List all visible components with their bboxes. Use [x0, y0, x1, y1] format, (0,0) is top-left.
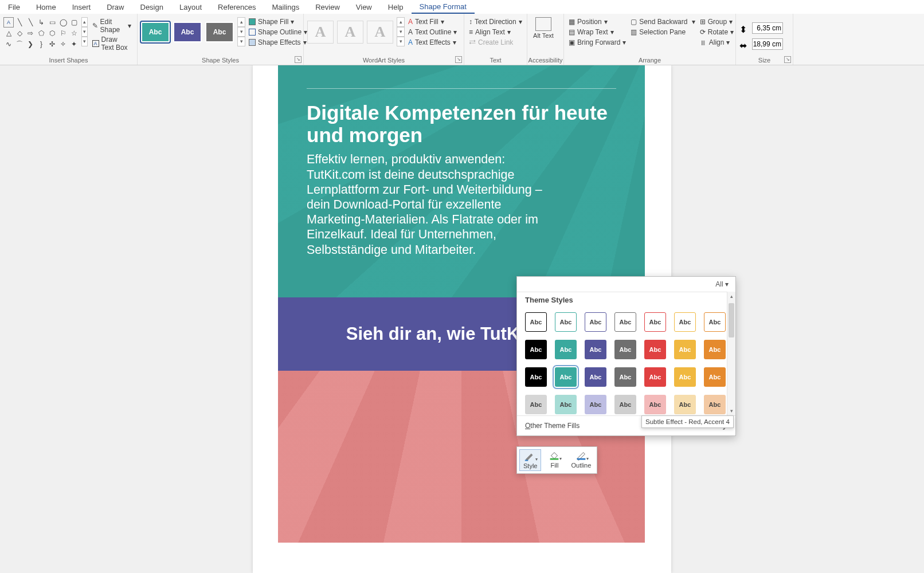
shapes-gallery[interactable]: A ╲ ╲ ↳ ▭ ◯ ▢ △ ◇ ⇨ ⬠ ⬡ ⚐ ☆ ∿ ⌒ ❯ } ✣ ✧ — [3, 17, 79, 49]
shape-outline-button[interactable]: Shape Outline ▾ — [248, 28, 308, 37]
theme-style-swatch[interactable]: Abc — [614, 367, 636, 387]
bring-forward-button[interactable]: ▣Bring Forward ▾ — [567, 38, 627, 47]
align-button[interactable]: ⫼Align ▾ — [699, 38, 735, 47]
tab-view[interactable]: View — [348, 1, 380, 13]
shape-style-2[interactable]: Abc — [173, 22, 202, 42]
shape-style-1[interactable]: Abc — [141, 22, 170, 42]
popup-scrollbar[interactable]: ▴▾ — [727, 292, 735, 415]
mini-fill-button[interactable]: ▾ Fill — [545, 449, 564, 471]
alt-text-button[interactable]: Alt Text — [531, 15, 556, 39]
theme-style-swatch[interactable]: Abc — [555, 312, 577, 332]
theme-style-swatch[interactable]: Abc — [644, 340, 666, 359]
selection-pane-button[interactable]: ▥Selection Pane — [629, 28, 696, 37]
theme-style-swatch[interactable]: Abc — [704, 367, 726, 387]
shape-callout-icon[interactable]: ✧ — [58, 39, 68, 49]
text-effects-button[interactable]: AText Effects ▾ — [407, 38, 458, 47]
wordart-style-3[interactable]: A — [367, 21, 393, 44]
theme-style-swatch[interactable]: Abc — [525, 367, 547, 387]
tab-mailings[interactable]: Mailings — [264, 1, 308, 13]
shape-brace-icon[interactable]: } — [36, 39, 46, 49]
theme-style-swatch[interactable]: Abc — [704, 395, 726, 414]
shape-styles-dialog-launcher[interactable]: ↘ — [295, 56, 302, 63]
theme-style-swatch[interactable]: Abc — [644, 312, 666, 332]
shape-oval-icon[interactable]: ◯ — [58, 17, 68, 28]
shape-line2-icon[interactable]: ╲ — [25, 17, 36, 28]
tab-file[interactable]: File — [0, 1, 28, 13]
wordart-style-2[interactable]: A — [337, 21, 363, 44]
tab-review[interactable]: Review — [307, 1, 348, 13]
theme-style-swatch[interactable]: Abc — [555, 395, 577, 414]
shape-flag-icon[interactable]: ⚐ — [58, 28, 68, 38]
send-backward-button[interactable]: ▢Send Backward ▾ — [629, 17, 696, 26]
style-gallery-scroll[interactable]: ▴▾▾ — [237, 17, 245, 46]
text-fill-button[interactable]: AText Fill ▾ — [407, 17, 458, 26]
theme-style-swatch[interactable]: Abc — [614, 395, 636, 414]
theme-style-swatch[interactable]: Abc — [704, 312, 726, 332]
tab-insert[interactable]: Insert — [64, 1, 99, 13]
theme-style-swatch[interactable]: Abc — [674, 395, 696, 414]
theme-style-swatch[interactable]: Abc — [585, 340, 606, 359]
theme-style-swatch[interactable]: Abc — [674, 312, 696, 332]
shapes-scroll[interactable]: ▴▾▾ — [81, 17, 88, 46]
text-outline-button[interactable]: AText Outline ▾ — [407, 28, 458, 37]
theme-style-swatch[interactable]: Abc — [585, 367, 606, 387]
shape-roundrect-icon[interactable]: ▢ — [69, 17, 79, 28]
text-direction-button[interactable]: ↕Text Direction ▾ — [468, 17, 523, 26]
shape-connector-icon[interactable]: ↳ — [36, 17, 46, 28]
shape-arrow-icon[interactable]: ⇨ — [25, 28, 36, 38]
shape-triangle-icon[interactable]: △ — [3, 28, 14, 38]
theme-style-swatch[interactable]: Abc — [674, 367, 696, 387]
popup-all-dropdown[interactable]: All ▾ — [715, 280, 729, 288]
shape-star-icon[interactable]: ☆ — [69, 28, 79, 38]
draw-textbox-button[interactable]: ADraw Text Box — [90, 35, 134, 52]
theme-style-swatch[interactable]: Abc — [674, 340, 696, 359]
theme-style-swatch[interactable]: Abc — [525, 312, 547, 332]
shape-curve-icon[interactable]: ∿ — [3, 39, 14, 49]
tab-references[interactable]: References — [210, 1, 264, 13]
shape-style-gallery[interactable]: Abc Abc Abc ▴▾▾ — [141, 17, 245, 46]
theme-style-swatch[interactable]: Abc — [614, 340, 636, 359]
shape-arc-icon[interactable]: ⌒ — [14, 39, 25, 49]
theme-style-swatch[interactable]: Abc — [644, 367, 666, 387]
size-dialog-launcher[interactable]: ↘ — [784, 56, 791, 63]
height-input[interactable] — [752, 22, 783, 34]
theme-style-swatch[interactable]: Abc — [585, 395, 606, 414]
width-input[interactable] — [752, 38, 783, 50]
shape-pentagon-icon[interactable]: ⬠ — [36, 28, 46, 38]
theme-style-swatch[interactable]: Abc — [585, 312, 606, 332]
tab-draw[interactable]: Draw — [99, 1, 132, 13]
shape-bracket-icon[interactable]: ❯ — [25, 39, 36, 49]
theme-style-swatch[interactable]: Abc — [555, 340, 577, 359]
shape-textbox-icon[interactable]: A — [3, 17, 14, 28]
wrap-text-button[interactable]: ▤Wrap Text ▾ — [567, 28, 627, 37]
group-button[interactable]: ⊞Group ▾ — [699, 17, 735, 26]
tab-design[interactable]: Design — [132, 1, 171, 13]
shape-rect-icon[interactable]: ▭ — [47, 17, 57, 28]
wordart-scroll[interactable]: ▴▾▾ — [397, 17, 405, 46]
shape-cross-icon[interactable]: ✣ — [47, 39, 57, 49]
shape-effects-button[interactable]: Shape Effects ▾ — [248, 38, 308, 47]
mini-outline-button[interactable]: ▾ Outline — [567, 449, 594, 471]
shape-star4-icon[interactable]: ✦ — [69, 39, 79, 49]
theme-style-swatch[interactable]: Abc — [555, 367, 577, 387]
theme-style-swatch[interactable]: Abc — [614, 312, 636, 332]
mini-style-button[interactable]: ▾ Style — [519, 449, 541, 471]
shape-fill-button[interactable]: Shape Fill ▾ — [248, 17, 308, 26]
shape-hexagon-icon[interactable]: ⬡ — [47, 28, 57, 38]
create-link-button[interactable]: ⮂Create Link — [468, 38, 523, 47]
edit-shape-button[interactable]: ✎Edit Shape ▾ — [90, 17, 134, 34]
tab-home[interactable]: Home — [28, 1, 64, 13]
theme-style-swatch[interactable]: Abc — [704, 340, 726, 359]
wordart-style-1[interactable]: A — [307, 21, 334, 44]
align-text-button[interactable]: ≡Align Text ▾ — [468, 28, 523, 37]
theme-style-swatch[interactable]: Abc — [525, 395, 547, 414]
shape-style-3[interactable]: Abc — [205, 22, 234, 42]
shape-line-icon[interactable]: ╲ — [14, 17, 25, 28]
theme-style-swatch[interactable]: Abc — [525, 340, 547, 359]
theme-style-swatch[interactable]: Abc — [644, 395, 666, 414]
position-button[interactable]: ▦Position ▾ — [567, 17, 627, 26]
tab-shape-format[interactable]: Shape Format — [412, 1, 475, 14]
tab-help[interactable]: Help — [380, 1, 412, 13]
header-section[interactable]: Digitale Kompetenzen für heute und morge… — [278, 65, 645, 297]
tab-layout[interactable]: Layout — [171, 1, 210, 13]
